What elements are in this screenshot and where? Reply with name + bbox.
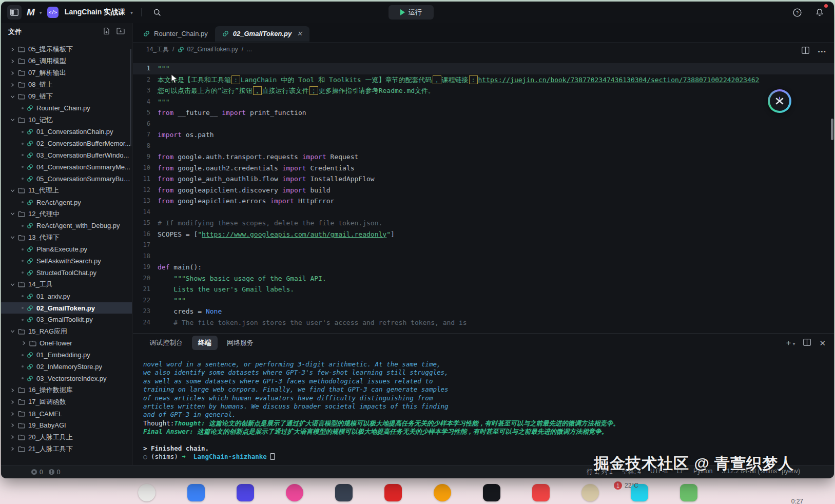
code-line-6[interactable]: 6 [133, 119, 834, 130]
breadcrumb-item[interactable]: 02_GmailToken.py [178, 46, 238, 53]
tree-folder-OneFlower[interactable]: OneFlower [1, 337, 132, 349]
tree-folder-08_链上[interactable]: 08_链上 [1, 79, 132, 91]
taskbar-app-icon[interactable] [138, 484, 156, 501]
tree-folder-21_人脉工具下[interactable]: 21_人脉工具下 [1, 443, 132, 455]
status-item[interactable]: UTF-8 [650, 468, 668, 476]
split-editor-button[interactable] [802, 47, 809, 56]
tree-file-04_ConversationSummaryMe...[interactable]: 04_ConversationSummaryMe... [1, 161, 132, 173]
breadcrumb-item[interactable]: ... [247, 46, 252, 53]
taskbar-app-icon[interactable] [581, 484, 599, 501]
new-file-button[interactable] [103, 27, 110, 36]
code-editor[interactable]: 1"""2本文件是【工具和工具箱：LangChain 中的 Tool 和 Too… [133, 56, 834, 332]
tree-folder-10_记忆[interactable]: 10_记忆 [1, 114, 132, 126]
status-item[interactable]: 空格: 4 [622, 468, 641, 476]
project-chevron-icon[interactable]: ▾ [130, 10, 133, 15]
tree-file-ReActAgent.py[interactable]: ReActAgent.py [1, 197, 132, 208]
code-line-23[interactable]: 23 creds = None [133, 306, 834, 317]
warnings-indicator[interactable]: 0 [48, 469, 61, 476]
tree-file-01_ConversationChain.py[interactable]: 01_ConversationChain.py [1, 126, 132, 138]
tree-file-02_ConversationBufferMemor...[interactable]: 02_ConversationBufferMemor... [1, 138, 132, 149]
status-item[interactable]: Python [693, 468, 712, 476]
tree-folder-16_操作数据库[interactable]: 16_操作数据库 [1, 384, 132, 396]
panel-tab-终端[interactable]: 终端 [192, 336, 218, 350]
tree-file-Rounter_Chain.py[interactable]: Rounter_Chain.py [1, 102, 132, 114]
panel-tab-网络服务[interactable]: 网络服务 [221, 336, 260, 350]
tree-folder-06_调用模型[interactable]: 06_调用模型 [1, 55, 132, 67]
editor-tab-02_GmailToken.py[interactable]: 02_GmailToken.py✕ [215, 26, 309, 42]
run-button[interactable]: 运行 [389, 5, 434, 20]
tree-folder-09_链下[interactable]: 09_链下 [1, 91, 132, 103]
code-line-15[interactable]: 15# If modifying these scopes, delete th… [133, 218, 834, 229]
tree-folder-19_BabyAGI[interactable]: 19_BabyAGI [1, 420, 132, 432]
tree-folder-17_回调函数[interactable]: 17_回调函数 [1, 396, 132, 408]
taskbar-app-icon[interactable] [434, 484, 451, 501]
editor-scrollbar[interactable] [831, 119, 833, 140]
status-item[interactable]: LF [677, 468, 684, 476]
app-logo[interactable]: M [27, 7, 34, 18]
help-button[interactable]: ? [790, 5, 804, 20]
code-line-14[interactable]: 14 [133, 207, 834, 218]
editor-tab-Rounter_Chain.py[interactable]: Rounter_Chain.py [136, 26, 215, 42]
code-line-18[interactable]: 18 [133, 251, 834, 262]
terminal-output[interactable]: novel word in a sentence, or performing … [143, 360, 829, 462]
tree-folder-14_工具[interactable]: 14_工具 [1, 279, 132, 290]
tree-file-01_arxiv.py[interactable]: 01_arxiv.py [1, 290, 132, 302]
tree-file-05_ConversationSummaryBuff...[interactable]: 05_ConversationSummaryBuff... [1, 173, 132, 185]
code-line-17[interactable]: 17 [133, 240, 834, 251]
code-line-12[interactable]: 12from googleapiclient.discovery import … [133, 185, 834, 196]
tree-file-03_VectorstoreIndex.py[interactable]: 03_VectorstoreIndex.py [1, 373, 132, 384]
code-line-20[interactable]: 20 """Shows basic usage of the Gmail API… [133, 273, 834, 284]
more-actions-button[interactable]: ⋯ [818, 47, 826, 56]
tree-folder-05_提示模板下[interactable]: 05_提示模板下 [1, 44, 132, 55]
status-item[interactable]: 3.12.2 64-bit ('shims': pyenv) [722, 468, 800, 476]
code-line-22[interactable]: 22 """ [133, 295, 834, 306]
tree-folder-11_代理上[interactable]: 11_代理上 [1, 185, 132, 197]
new-folder-button[interactable] [116, 27, 125, 36]
taskbar-app-icon[interactable] [384, 484, 402, 501]
close-panel-button[interactable]: ✕ [819, 339, 826, 348]
tree-file-01_Embedding.py[interactable]: 01_Embedding.py [1, 349, 132, 361]
taskbar-app-icon[interactable] [680, 484, 697, 501]
code-line-1[interactable]: 1""" [133, 63, 834, 74]
split-terminal-button[interactable] [803, 339, 811, 348]
panel-tab-调试控制台[interactable]: 调试控制台 [143, 336, 189, 350]
close-tab-icon[interactable]: ✕ [297, 30, 302, 37]
code-line-7[interactable]: 7import os.path [133, 129, 834, 141]
tree-folder-07_解析输出[interactable]: 07_解析输出 [1, 67, 132, 79]
taskbar-app-icon[interactable] [483, 484, 500, 501]
taskbar-clock[interactable]: 0:27 [791, 498, 803, 504]
tree-file-ReActAgent_with_Debug.py[interactable]: ReActAgent_with_Debug.py [1, 220, 132, 231]
code-line-21[interactable]: 21 Lists the user's Gmail labels. [133, 284, 834, 295]
tree-folder-15_RAG应用[interactable]: 15_RAG应用 [1, 325, 132, 337]
code-line-9[interactable]: 9from google.auth.transport.requests imp… [133, 151, 834, 163]
code-line-11[interactable]: 11from google_auth_oauthlib.flow import … [133, 173, 834, 185]
code-line-2[interactable]: 2本文件是【工具和工具箱：LangChain 中的 Tool 和 Toolkit… [133, 74, 834, 86]
toggle-sidebar-button[interactable] [7, 5, 22, 20]
tree-file-SelfAskwithSearch.py[interactable]: SelfAskwithSearch.py [1, 255, 132, 267]
notifications-button[interactable] [812, 5, 827, 20]
tree-folder-20_人脉工具上[interactable]: 20_人脉工具上 [1, 431, 132, 443]
taskbar-weather[interactable]: 1 22°C [614, 481, 638, 490]
errors-indicator[interactable]: 0 [31, 469, 43, 476]
code-line-16[interactable]: 16SCOPES = ["https://www.googleapis.com/… [133, 229, 834, 240]
search-button[interactable] [150, 5, 164, 20]
code-line-10[interactable]: 10from google.oauth2.credentials import … [133, 163, 834, 174]
new-terminal-button[interactable]: ＋▾ [784, 338, 795, 348]
code-line-3[interactable]: 3您可以点击最上方的“运行”按钮，直接运行该文件；更多操作指引请参考Readme… [133, 85, 834, 96]
tree-file-Plan&Execute.py[interactable]: Plan&Execute.py [1, 243, 132, 255]
code-line-8[interactable]: 8 [133, 141, 834, 152]
tree-file-03_GmailToolkit.py[interactable]: 03_GmailToolkit.py [1, 314, 132, 325]
tree-file-StructedToolChat.py[interactable]: StructedToolChat.py [1, 267, 132, 279]
code-line-4[interactable]: 4""" [133, 96, 834, 108]
terminal-dropdown-icon[interactable]: ▾ [792, 341, 795, 346]
code-line-24[interactable]: 24 # The file token.json stores the user… [133, 317, 834, 328]
tree-file-02_GmailToken.py[interactable]: 02_GmailToken.py [1, 302, 132, 314]
taskbar-app-icon[interactable] [286, 484, 303, 501]
tree-folder-12_代理中[interactable]: 12_代理中 [1, 208, 132, 220]
tree-folder-18_CAMEL[interactable]: 18_CAMEL [1, 408, 132, 420]
status-item[interactable]: 行 1, 列 1 [587, 468, 613, 476]
taskbar-app-icon[interactable] [335, 484, 353, 501]
chevron-down-icon[interactable]: ▾ [40, 10, 42, 15]
breadcrumb-item[interactable]: 14_工具 [146, 45, 169, 54]
ai-assistant-button[interactable] [768, 89, 791, 113]
